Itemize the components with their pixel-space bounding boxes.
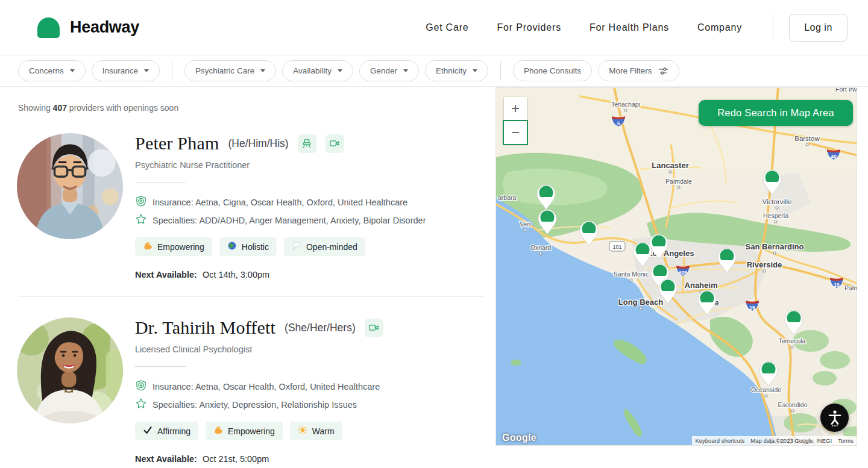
map-canvas[interactable]: 5401016051015 Fort IrwinTehachapiBarstow… xyxy=(496,88,857,446)
city-label-temecula: Temecula xyxy=(779,337,806,345)
redo-search-button[interactable]: Redo Search in Map Area xyxy=(699,100,853,126)
filter-pill-insurance[interactable]: Insurance xyxy=(92,60,160,81)
headway-logo-icon xyxy=(37,17,60,38)
city-dot xyxy=(765,395,767,397)
filter-pill-concerns[interactable]: Concerns xyxy=(18,60,86,81)
trait-label: Holistic xyxy=(242,242,269,252)
nav-link-for-health-plans[interactable]: For Health Plans xyxy=(590,22,669,33)
next-available-row: Next Available:Oct 21st, 5:00pm xyxy=(135,454,383,464)
chevron-down-icon xyxy=(403,69,408,72)
specialties-row: Specialties: ADD/ADHD, Anger Management,… xyxy=(135,213,426,227)
filter-pill-more-filters[interactable]: More Filters xyxy=(598,60,679,81)
top-navigation: Headway Get CareFor ProvidersFor Health … xyxy=(0,0,868,55)
next-available-value: Oct 21st, 5:00pm xyxy=(203,454,269,464)
city-dot xyxy=(773,252,776,254)
svg-text:15: 15 xyxy=(749,305,755,311)
provider-photo[interactable] xyxy=(17,133,123,239)
city-dot xyxy=(624,109,627,111)
filter-pill-ethnicity[interactable]: Ethnicity xyxy=(425,60,488,81)
headway-logo[interactable]: Headway xyxy=(37,17,139,38)
shield-plus-icon xyxy=(135,379,147,393)
city-label-palm-s: Palm S xyxy=(844,284,857,292)
results-count-suffix: providers with openings soon xyxy=(67,103,178,113)
provider-pronouns: (He/Him/His) xyxy=(228,137,288,150)
filter-pill-label: Gender xyxy=(370,66,397,75)
filter-pill-availability[interactable]: Availability xyxy=(282,60,353,81)
city-dot xyxy=(678,186,680,189)
provider-card[interactable]: Peter Pham(He/Him/His)Psychiatric Nurse … xyxy=(0,113,489,296)
city-dot xyxy=(524,229,526,231)
provider-name-row: Dr. Tahirih Moffett(She/Her/Hers) xyxy=(135,317,383,338)
video-camera-icon xyxy=(326,134,344,153)
trait-tag: Affirming xyxy=(135,422,198,440)
city-label-anaheim: Anaheim xyxy=(685,281,718,290)
filter-sliders-icon xyxy=(658,67,668,75)
city-dot xyxy=(775,220,777,223)
svg-text:40: 40 xyxy=(831,154,837,160)
google-logo[interactable]: Google xyxy=(502,432,536,443)
specialties-row: Specialties: Anxiety, Depression, Relati… xyxy=(135,398,383,411)
map-attribution: Keyboard shortcutsMap data ©2023 Google,… xyxy=(692,436,857,445)
city-label-oxnard: Oxnard xyxy=(530,244,552,251)
attribution-map-data-google-inegi[interactable]: Map data ©2023 Google, INEGI xyxy=(747,436,835,445)
chair-icon xyxy=(298,134,316,153)
trait-label: Open-minded xyxy=(306,242,357,252)
accessibility-widget-button[interactable] xyxy=(820,404,849,432)
log-in-button[interactable]: Log in xyxy=(789,14,848,42)
chevron-down-icon xyxy=(70,69,75,72)
attribution-keyboard-shortcuts[interactable]: Keyboard shortcuts xyxy=(692,436,747,445)
divider xyxy=(135,366,186,367)
city-dot xyxy=(791,410,794,412)
city-dot xyxy=(763,270,766,272)
filter-pill-gender[interactable]: Gender xyxy=(359,60,419,81)
nav-link-get-care[interactable]: Get Care xyxy=(426,22,468,33)
provider-card-body: Peter Pham(He/Him/His)Psychiatric Nurse … xyxy=(135,133,426,279)
zoom-in-button[interactable]: + xyxy=(504,97,527,120)
svg-text:10: 10 xyxy=(834,282,840,288)
zoom-out-button[interactable]: − xyxy=(504,121,527,144)
star-icon xyxy=(135,213,147,227)
filter-pill-label: Phone Consults xyxy=(524,66,581,75)
provider-name[interactable]: Peter Pham xyxy=(135,133,219,154)
highway-shield-101: 101 xyxy=(609,242,625,251)
map[interactable]: 5401016051015 Fort IrwinTehachapiBarstow… xyxy=(495,87,857,446)
next-available-value: Oct 14th, 3:00pm xyxy=(203,270,269,279)
filter-pill-label: Ethnicity xyxy=(436,66,467,75)
trait-tag: Empowering xyxy=(135,237,212,256)
next-available-row: Next Available:Oct 14th, 3:00pm xyxy=(135,270,426,279)
chevron-down-icon xyxy=(473,69,477,72)
thought-balloon-icon xyxy=(292,241,301,252)
svg-text:101: 101 xyxy=(612,244,621,250)
nav-link-for-providers[interactable]: For Providers xyxy=(497,22,561,33)
filter-group-divider xyxy=(500,61,501,81)
city-dot xyxy=(630,279,632,281)
trait-label: Empowering xyxy=(157,242,204,252)
attribution-terms[interactable]: Terms xyxy=(835,436,857,445)
provider-card[interactable]: Dr. Tahirih Moffett(She/Her/Hers)License… xyxy=(0,297,489,468)
city-label-santa-monic: Santa Monic xyxy=(614,270,649,278)
provider-title: Psychiatric Nurse Practitioner xyxy=(135,160,426,170)
provider-name[interactable]: Dr. Tahirih Moffett xyxy=(135,317,275,338)
city-label-oceanside: Oceanside xyxy=(751,386,781,393)
map-zoom-controls: + − xyxy=(504,97,527,144)
trait-label: Affirming xyxy=(157,426,190,436)
chevron-down-icon xyxy=(144,69,149,72)
city-label-arbara: arbara xyxy=(498,194,517,201)
results-count: Showing 407 providers with openings soon xyxy=(18,103,489,113)
filter-pill-psychiatric-care[interactable]: Psychiatric Care xyxy=(184,60,276,81)
city-dot xyxy=(806,143,808,146)
provider-photo[interactable] xyxy=(17,317,123,423)
nav-links: Get CareFor ProvidersFor Health PlansCom… xyxy=(426,22,742,33)
city-label-lancaster: Lancaster xyxy=(652,161,688,170)
specialties-text: Specialties: Anxiety, Depression, Relati… xyxy=(153,400,357,410)
trait-tag: Open-minded xyxy=(284,237,365,256)
city-label-fort-irwin: Fort Irwin xyxy=(835,88,857,93)
filter-pill-phone-consults[interactable]: Phone Consults xyxy=(513,60,592,81)
svg-text:605: 605 xyxy=(679,270,687,276)
city-label-tehachapi: Tehachapi xyxy=(611,101,640,108)
nav-link-company[interactable]: Company xyxy=(697,22,742,33)
provider-title: Licensed Clinical Psychologist xyxy=(135,345,383,354)
star-icon xyxy=(135,398,147,411)
chevron-down-icon xyxy=(260,69,265,72)
provider-name-row: Peter Pham(He/Him/His) xyxy=(135,133,426,154)
